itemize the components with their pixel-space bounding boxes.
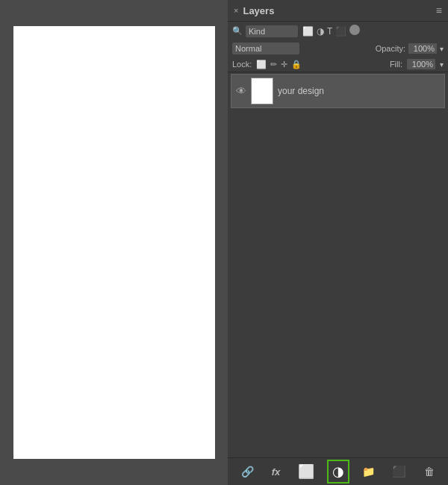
panel-header-left: × Layers <box>234 5 274 16</box>
layer-visibility-icon[interactable]: 👁 <box>236 85 246 97</box>
lock-icons: ⬜ ✏ ✛ 🔒 <box>256 60 302 69</box>
add-mask-button[interactable]: ⬜ <box>295 462 317 481</box>
create-group-button[interactable]: 📁 <box>359 464 378 479</box>
lock-pixels-icon[interactable]: ⬜ <box>256 60 267 69</box>
panel-header: × Layers ≡ <box>228 0 448 22</box>
blend-row: Normal Opacity: 100% ▾ <box>228 40 448 57</box>
link-layers-button[interactable]: 🔗 <box>238 464 257 479</box>
fill-value[interactable]: 100% <box>407 59 435 69</box>
delete-layer-button[interactable]: 🗑 <box>421 464 438 479</box>
panel-title: Layers <box>243 5 274 16</box>
layers-panel: × Layers ≡ 🔍 Kind ⬜ ◑ T ⬛ Normal Opacity… <box>228 0 448 485</box>
fill-chevron[interactable]: ▾ <box>440 60 444 69</box>
lock-all-icon[interactable]: 🔒 <box>291 60 302 69</box>
canvas-area <box>0 0 228 485</box>
kind-row: 🔍 Kind ⬜ ◑ T ⬛ <box>228 22 448 40</box>
layer-styles-button[interactable]: fx <box>269 465 284 479</box>
lock-artboards-icon[interactable]: ✛ <box>281 60 287 69</box>
close-button[interactable]: × <box>234 6 238 15</box>
kind-icons: ⬜ ◑ T ⬛ <box>302 25 360 37</box>
layer-thumbnail <box>251 78 273 104</box>
add-artboard-button[interactable]: ⬛ <box>389 463 409 480</box>
fill-label: Fill: <box>390 60 402 69</box>
search-icon: 🔍 <box>232 26 243 36</box>
pixel-filter-icon[interactable]: ⬜ <box>302 26 314 37</box>
opacity-label: Opacity: <box>376 44 405 53</box>
canvas-document <box>13 26 215 459</box>
lock-label: Lock: <box>232 60 252 69</box>
opacity-chevron[interactable]: ▾ <box>440 45 444 53</box>
adjustment-filter-icon[interactable]: ◑ <box>317 26 324 37</box>
kind-select[interactable]: Kind <box>246 25 298 37</box>
layer-name: your design <box>278 86 324 96</box>
panel-menu-button[interactable]: ≡ <box>436 4 442 16</box>
lock-row: Lock: ⬜ ✏ ✛ 🔒 Fill: 100% ▾ <box>228 57 448 72</box>
shape-filter-icon[interactable]: ⬛ <box>335 26 346 37</box>
blend-mode-select[interactable]: Normal <box>232 43 299 54</box>
layer-item[interactable]: 👁 your design <box>231 74 445 108</box>
type-filter-icon[interactable]: T <box>327 26 332 37</box>
create-adjustment-button[interactable]: ◑ <box>329 462 347 481</box>
lock-position-icon[interactable]: ✏ <box>270 60 277 69</box>
smart-filter-icon[interactable] <box>349 25 360 37</box>
opacity-value[interactable]: 100% <box>408 43 437 54</box>
panel-toolbar: 🔗 fx ⬜ ◑ 📁 ⬛ 🗑 <box>228 457 448 485</box>
layers-list: 👁 your design <box>228 72 448 457</box>
